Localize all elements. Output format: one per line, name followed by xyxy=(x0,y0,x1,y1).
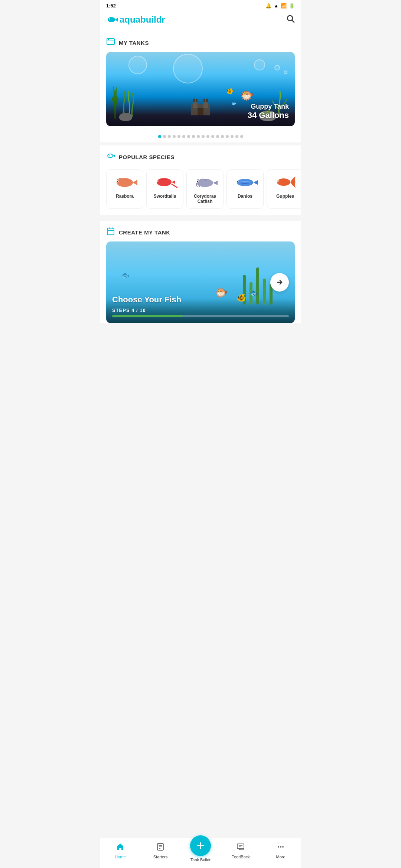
progress-bar-background xyxy=(112,315,289,317)
app-header: aquabuildr xyxy=(100,10,301,31)
svg-point-37 xyxy=(277,180,278,181)
species-name-guppies: Guppies xyxy=(276,194,294,199)
species-name-corydoras: Corydoras Catfish xyxy=(190,194,220,204)
my-tanks-title: MY TANKS xyxy=(119,40,149,46)
svg-point-30 xyxy=(197,181,198,181)
my-tanks-icon xyxy=(106,37,115,48)
castle-decoration xyxy=(189,97,212,117)
signal-icon: 📶 xyxy=(281,3,287,9)
fish-small: 🐟 xyxy=(231,100,237,106)
svg-point-0 xyxy=(108,17,115,22)
create-banner-title: Choose Your Fish xyxy=(112,295,289,305)
bottom-padding xyxy=(100,329,301,359)
fish-clown: 🐠 xyxy=(226,88,234,95)
svg-point-34 xyxy=(237,181,238,181)
svg-point-35 xyxy=(277,178,290,186)
dot-1[interactable] xyxy=(163,135,166,138)
logo-text: aquabuildr xyxy=(120,14,165,25)
svg-rect-14 xyxy=(198,108,203,115)
divider-2 xyxy=(100,215,301,218)
divider-1 xyxy=(100,142,301,145)
status-time: 1:52 xyxy=(106,3,116,9)
svg-line-24 xyxy=(172,184,177,188)
dot-8[interactable] xyxy=(197,135,200,138)
species-img-corydoras xyxy=(192,174,218,191)
dot-17[interactable] xyxy=(240,135,243,138)
dot-6[interactable] xyxy=(187,135,190,138)
create-banner[interactable]: 🐡 🐠 🐟 🐟 Choose Your Fish STEPS 4 / 10 xyxy=(106,241,295,323)
species-name-swordtails: Swordtails xyxy=(154,194,176,199)
search-button[interactable] xyxy=(286,14,295,25)
species-scroll[interactable]: Rasbora Swordtails xyxy=(100,166,301,215)
popular-species-header: POPULAR SPECIES xyxy=(100,145,301,166)
species-name-rasbora: Rasbora xyxy=(116,194,134,199)
dot-5[interactable] xyxy=(182,135,185,138)
species-card-rasbora[interactable]: Rasbora xyxy=(106,169,143,209)
svg-point-31 xyxy=(237,179,253,186)
dot-10[interactable] xyxy=(206,135,209,138)
svg-rect-38 xyxy=(107,228,114,235)
svg-rect-13 xyxy=(206,99,208,102)
tank-image[interactable]: 🐡 🐠 🐟 🌿 Guppy Tank 34 Gallons xyxy=(106,52,295,126)
dot-7[interactable] xyxy=(192,135,195,138)
tank-label: Guppy Tank 34 Gallons xyxy=(248,103,289,120)
dot-3[interactable] xyxy=(173,135,176,138)
dot-2[interactable] xyxy=(168,135,171,138)
species-img-danios xyxy=(232,174,258,191)
svg-marker-28 xyxy=(213,181,218,185)
create-tank-section: CREATE MY TANK 🐡 🐠 🐟 🐟 Choose Your Fish … xyxy=(100,221,301,323)
svg-rect-10 xyxy=(193,99,195,102)
species-img-swordtails xyxy=(152,174,178,191)
tank-gallons: 34 Gallons xyxy=(248,111,289,120)
dot-0[interactable] xyxy=(158,135,161,138)
dot-12[interactable] xyxy=(216,135,219,138)
svg-point-6 xyxy=(108,39,109,40)
status-bar: 1:52 🔔 ▲ 📶 🔋 xyxy=(100,0,301,10)
popular-species-section: POPULAR SPECIES Rasbora xyxy=(100,145,301,215)
svg-point-26 xyxy=(157,180,158,181)
logo: aquabuildr xyxy=(106,14,165,26)
my-tanks-header: MY TANKS xyxy=(100,31,301,52)
dot-9[interactable] xyxy=(202,135,205,138)
create-tank-header: CREATE MY TANK xyxy=(100,221,301,241)
species-img-guppies xyxy=(272,174,298,191)
dot-4[interactable] xyxy=(177,135,180,138)
tank-container: 🐡 🐠 🐟 🌿 Guppy Tank 34 Gallons xyxy=(100,52,301,132)
logo-fish-icon xyxy=(106,14,118,26)
svg-rect-11 xyxy=(196,99,198,102)
species-card-corydoras[interactable]: Corydoras Catfish xyxy=(186,169,224,209)
dot-15[interactable] xyxy=(231,135,234,138)
species-card-danios[interactable]: Danios xyxy=(226,169,264,209)
create-tank-title: CREATE MY TANK xyxy=(119,229,170,236)
svg-rect-12 xyxy=(203,99,205,102)
species-img-rasbora xyxy=(112,174,138,191)
svg-marker-32 xyxy=(253,180,258,185)
create-steps-label: STEPS 4 / 10 xyxy=(112,308,289,313)
dot-14[interactable] xyxy=(226,135,229,138)
species-card-guppies[interactable]: Guppies xyxy=(267,169,301,209)
svg-point-18 xyxy=(117,178,133,187)
svg-point-22 xyxy=(157,178,172,186)
banner-fish-left: 🐟 xyxy=(121,271,129,279)
svg-point-17 xyxy=(109,155,110,156)
dot-11[interactable] xyxy=(211,135,214,138)
notification-icon: 🔔 xyxy=(265,3,271,9)
rock-left xyxy=(119,113,132,121)
create-tank-icon xyxy=(106,227,115,238)
svg-marker-19 xyxy=(133,180,137,185)
species-card-swordtails[interactable]: Swordtails xyxy=(146,169,183,209)
dot-13[interactable] xyxy=(221,135,224,138)
status-icons: 🔔 ▲ 📶 🔋 xyxy=(265,3,295,9)
dot-16[interactable] xyxy=(235,135,238,138)
fish-yellow: 🐡 xyxy=(240,89,254,102)
progress-bar-fill xyxy=(112,315,183,317)
svg-marker-23 xyxy=(172,180,175,184)
svg-line-4 xyxy=(292,20,294,23)
species-icon xyxy=(106,151,115,162)
tank-name: Guppy Tank xyxy=(248,103,289,111)
battery-icon: 🔋 xyxy=(289,3,295,9)
create-banner-content: Choose Your Fish STEPS 4 / 10 xyxy=(106,289,295,323)
svg-point-2 xyxy=(109,19,110,20)
svg-point-21 xyxy=(117,181,118,181)
svg-marker-1 xyxy=(115,17,118,22)
